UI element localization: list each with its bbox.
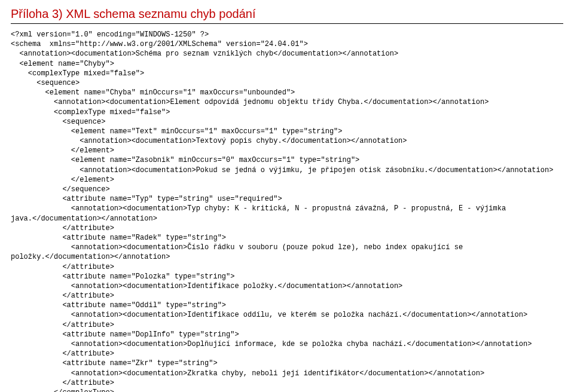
page-heading: Příloha 3) XML schema seznamu chyb podán…	[11, 7, 563, 24]
xml-code-block: <?xml version="1.0" encoding="WINDOWS-12…	[11, 30, 563, 392]
